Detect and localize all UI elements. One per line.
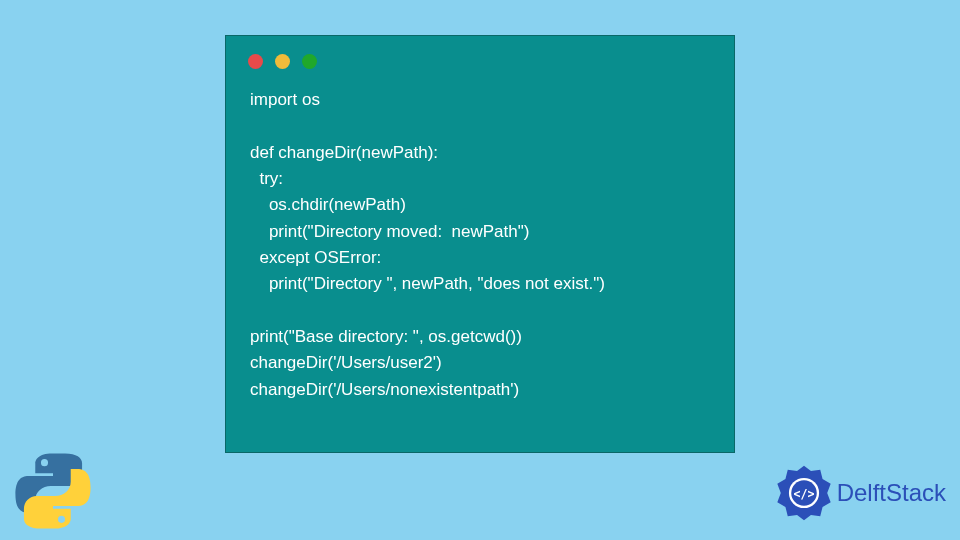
python-logo-icon (14, 452, 92, 530)
delftstack-badge-icon: </> (775, 464, 833, 522)
code-line: print("Directory ", newPath, "does not e… (250, 274, 605, 293)
close-icon (248, 54, 263, 69)
code-line: os.chdir(newPath) (250, 195, 406, 214)
maximize-icon (302, 54, 317, 69)
window-controls (226, 36, 734, 79)
code-window: import os def changeDir(newPath): try: o… (225, 35, 735, 453)
code-line: changeDir('/Users/nonexistentpath') (250, 380, 519, 399)
code-line: try: (250, 169, 283, 188)
svg-text:</>: </> (793, 487, 814, 501)
delftstack-brand-text: DelftStack (837, 479, 946, 507)
minimize-icon (275, 54, 290, 69)
delftstack-logo: </> DelftStack (775, 464, 946, 522)
code-line: print("Directory moved: newPath") (250, 222, 529, 241)
code-content: import os def changeDir(newPath): try: o… (226, 79, 734, 423)
code-line: except OSError: (250, 248, 381, 267)
code-line: changeDir('/Users/user2') (250, 353, 442, 372)
code-line: def changeDir(newPath): (250, 143, 438, 162)
code-line: print("Base directory: ", os.getcwd()) (250, 327, 522, 346)
code-line: import os (250, 90, 320, 109)
